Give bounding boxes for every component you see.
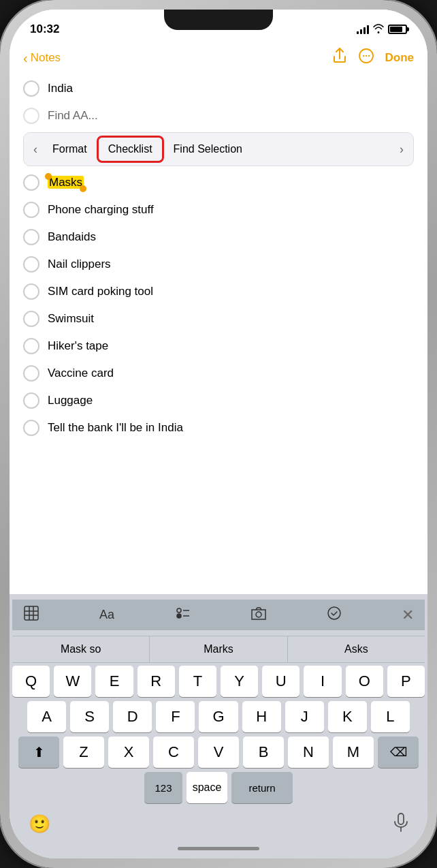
item-text: Luggage bbox=[48, 394, 93, 407]
key-h[interactable]: H bbox=[242, 701, 281, 732]
battery-icon bbox=[388, 25, 407, 34]
checkbox[interactable] bbox=[23, 80, 39, 97]
checkbox[interactable] bbox=[23, 283, 39, 300]
list-item: SIM card poking tool bbox=[23, 278, 414, 305]
key-p[interactable]: P bbox=[387, 666, 425, 697]
key-i[interactable]: I bbox=[304, 666, 341, 697]
svg-point-3 bbox=[368, 55, 369, 57]
checkbox[interactable] bbox=[23, 108, 39, 124]
list-item: India bbox=[23, 75, 414, 102]
key-t[interactable]: T bbox=[179, 666, 216, 697]
key-f[interactable]: F bbox=[156, 701, 195, 732]
home-indicator-bar bbox=[12, 843, 425, 858]
item-text: SIM card poking tool bbox=[48, 285, 153, 298]
space-key[interactable]: space bbox=[187, 772, 227, 803]
checkbox[interactable] bbox=[23, 311, 39, 327]
svg-point-10 bbox=[177, 614, 181, 618]
key-n[interactable]: N bbox=[288, 737, 329, 768]
home-indicator bbox=[178, 847, 259, 850]
item-text: Bandaids bbox=[48, 230, 96, 244]
item-text: Nail clippers bbox=[48, 258, 111, 271]
phone-screen: 10:32 bbox=[10, 10, 427, 858]
key-a[interactable]: A bbox=[27, 701, 66, 732]
shift-key[interactable]: ⬆ bbox=[18, 737, 59, 768]
svg-point-13 bbox=[256, 612, 261, 617]
num-key[interactable]: 123 bbox=[144, 772, 182, 803]
svg-point-14 bbox=[328, 607, 340, 619]
checkbox[interactable] bbox=[23, 338, 39, 354]
share-icon[interactable] bbox=[332, 48, 347, 68]
key-e[interactable]: E bbox=[95, 666, 133, 697]
context-toolbar: ‹ Format Checklist Find Selection › bbox=[23, 132, 414, 166]
close-icon[interactable]: ✕ bbox=[402, 606, 414, 624]
checkbox[interactable] bbox=[23, 365, 39, 382]
delete-key[interactable]: ⌫ bbox=[378, 737, 419, 768]
checkbox[interactable] bbox=[23, 174, 39, 191]
key-s[interactable]: S bbox=[70, 701, 109, 732]
key-row-1: Q W E R T Y U I O P bbox=[12, 666, 425, 697]
toolbar-right-chevron-icon[interactable]: › bbox=[394, 140, 409, 159]
svg-point-9 bbox=[177, 608, 181, 613]
key-w[interactable]: W bbox=[54, 666, 91, 697]
format-button[interactable]: Format bbox=[43, 138, 97, 161]
selection-handle-right bbox=[80, 185, 86, 192]
checklist-icon[interactable] bbox=[174, 605, 191, 625]
keyboard-area: Aa bbox=[10, 594, 427, 858]
key-x[interactable]: X bbox=[108, 737, 149, 768]
text-format-icon[interactable]: Aa bbox=[99, 608, 114, 622]
table-icon[interactable] bbox=[23, 605, 39, 625]
notch bbox=[164, 10, 273, 30]
list-item: Masks bbox=[23, 169, 414, 196]
emoji-icon[interactable]: 🙂 bbox=[29, 813, 50, 835]
nav-action-icons: Done bbox=[332, 48, 415, 68]
key-j[interactable]: J bbox=[285, 701, 324, 732]
keyboard-keys: Q W E R T Y U I O P A S D F G bbox=[12, 666, 425, 803]
wifi-icon bbox=[373, 24, 384, 35]
checkbox[interactable] bbox=[23, 256, 39, 273]
content-area: India Find AA... ‹ Format Checklist Find… bbox=[10, 75, 427, 441]
item-text: Vaccine card bbox=[48, 367, 114, 380]
selection-handle-left bbox=[45, 173, 52, 180]
checkbox[interactable] bbox=[23, 229, 39, 245]
back-button[interactable]: ‹ Notes bbox=[23, 50, 61, 66]
camera-icon[interactable] bbox=[250, 606, 267, 624]
signal-icon bbox=[357, 25, 369, 34]
key-q[interactable]: Q bbox=[12, 666, 50, 697]
predictive-item-3[interactable]: Asks bbox=[288, 636, 425, 662]
checkbox[interactable] bbox=[23, 420, 39, 436]
key-l[interactable]: L bbox=[371, 701, 410, 732]
predictive-item-1[interactable]: Mask so bbox=[12, 636, 150, 662]
toolbar-left-chevron-icon[interactable]: ‹ bbox=[28, 140, 43, 159]
toolbar-items: Format Checklist Find Selection bbox=[43, 136, 394, 163]
done-button[interactable]: Done bbox=[385, 51, 415, 65]
key-v[interactable]: V bbox=[198, 737, 239, 768]
key-z[interactable]: Z bbox=[63, 737, 104, 768]
key-k[interactable]: K bbox=[328, 701, 367, 732]
key-b[interactable]: B bbox=[243, 737, 284, 768]
find-selection-button[interactable]: Find Selection bbox=[164, 138, 252, 161]
return-key[interactable]: return bbox=[231, 772, 293, 803]
key-row-3: ⬆ Z X C V B N M ⌫ bbox=[12, 737, 425, 768]
checkbox[interactable] bbox=[23, 392, 39, 409]
key-d[interactable]: D bbox=[113, 701, 152, 732]
key-c[interactable]: C bbox=[153, 737, 194, 768]
checklist-button[interactable]: Checklist bbox=[97, 136, 164, 163]
key-m[interactable]: M bbox=[333, 737, 374, 768]
key-r[interactable]: R bbox=[137, 666, 175, 697]
key-u[interactable]: U bbox=[262, 666, 300, 697]
markup-icon[interactable] bbox=[327, 606, 342, 624]
nav-bar: ‹ Notes Done bbox=[10, 44, 427, 75]
item-text: Find AA... bbox=[48, 109, 98, 123]
checkbox[interactable] bbox=[23, 202, 39, 218]
key-o[interactable]: O bbox=[346, 666, 383, 697]
mic-icon[interactable] bbox=[393, 813, 408, 835]
key-y[interactable]: Y bbox=[221, 666, 258, 697]
list-item: Hiker's tape bbox=[23, 332, 414, 360]
predictive-item-2[interactable]: Marks bbox=[150, 636, 287, 662]
item-text: Tell the bank I'll be in India bbox=[48, 421, 183, 435]
more-icon[interactable] bbox=[358, 48, 374, 68]
key-g[interactable]: G bbox=[199, 701, 238, 732]
key-row-2: A S D F G H J K L bbox=[12, 701, 425, 732]
list-item: Find AA... bbox=[23, 102, 414, 129]
item-text: India bbox=[48, 82, 73, 95]
